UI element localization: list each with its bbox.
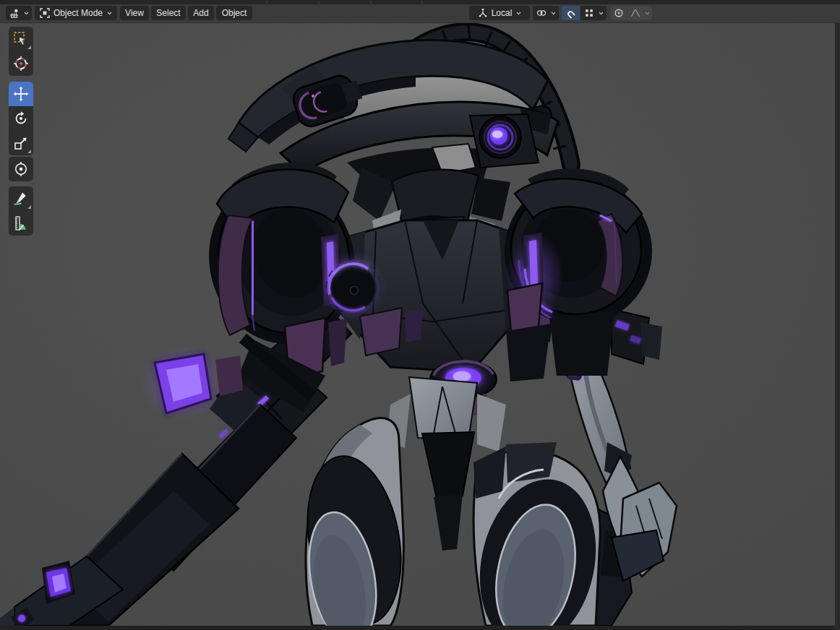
menu-select-label: Select xyxy=(156,6,180,20)
pivot-point-icon xyxy=(536,8,547,18)
subtool-indicator xyxy=(27,46,31,49)
measure-icon xyxy=(13,215,29,231)
falloff-curve-icon xyxy=(630,8,640,18)
menu-select[interactable]: Select xyxy=(151,6,186,20)
tool-scale[interactable] xyxy=(9,131,33,155)
tool-rotate[interactable] xyxy=(9,106,33,131)
menu-add[interactable]: Add xyxy=(188,6,214,20)
viewport-canvas[interactable] xyxy=(0,22,835,626)
move-icon xyxy=(13,86,29,102)
subtool-indicator xyxy=(27,205,31,209)
transform-icon xyxy=(13,161,29,177)
tool-transform[interactable] xyxy=(9,157,33,181)
snap-toggle-button[interactable] xyxy=(562,6,580,20)
mode-label: Object Mode xyxy=(53,6,103,20)
editor-type-dropdown[interactable] xyxy=(6,6,32,20)
menu-object-label: Object xyxy=(222,6,247,20)
chevron-down-icon xyxy=(24,12,29,15)
menu-view-label: View xyxy=(125,6,144,20)
orientation-label: Local xyxy=(492,6,513,20)
tool-cursor[interactable] xyxy=(9,51,33,76)
orientation-gizmo-icon xyxy=(478,8,488,18)
chevron-down-icon xyxy=(551,12,556,15)
select-box-icon xyxy=(13,31,29,47)
viewport-header: Object Mode View Select Add Object Local xyxy=(0,4,840,23)
menu-view[interactable]: View xyxy=(120,6,149,20)
tool-measure[interactable] xyxy=(9,211,33,236)
eye-lens xyxy=(470,114,539,168)
chevron-down-icon xyxy=(645,12,650,15)
tool-select-box[interactable] xyxy=(9,27,33,51)
scale-icon xyxy=(13,135,29,151)
transform-orientation-dropdown[interactable]: Local xyxy=(469,6,530,20)
menu-object[interactable]: Object xyxy=(216,6,252,20)
proportional-falloff-dropdown[interactable] xyxy=(627,6,652,20)
annotate-icon xyxy=(13,191,29,207)
cursor-3d-icon xyxy=(13,56,29,72)
pivot-point-dropdown[interactable] xyxy=(533,6,559,20)
menu-add-label: Add xyxy=(193,6,208,20)
blender-window: { "app": { "name": "Blender", "editor": … xyxy=(0,0,840,630)
snap-target-grid-icon xyxy=(584,8,594,18)
editor-3d-viewport-icon xyxy=(9,8,20,19)
window-edge-right xyxy=(835,22,840,630)
tool-move[interactable] xyxy=(9,82,33,106)
tool-annotate[interactable] xyxy=(9,186,33,211)
proportional-editing-toggle[interactable] xyxy=(611,6,627,20)
chevron-down-icon xyxy=(599,12,604,15)
window-edge-bottom xyxy=(0,626,835,630)
chevron-down-icon xyxy=(516,12,521,15)
chevron-down-icon xyxy=(107,12,112,15)
rotate-icon xyxy=(13,111,29,126)
snap-target-dropdown[interactable] xyxy=(580,6,607,20)
mode-dropdown[interactable]: Object Mode xyxy=(35,6,117,20)
mech-artwork xyxy=(0,22,835,626)
proportional-radius-icon xyxy=(614,8,624,18)
subtool-indicator xyxy=(27,150,31,153)
snap-magnet-icon xyxy=(565,8,576,19)
tool-shelf xyxy=(9,27,33,236)
object-mode-icon xyxy=(40,8,50,18)
